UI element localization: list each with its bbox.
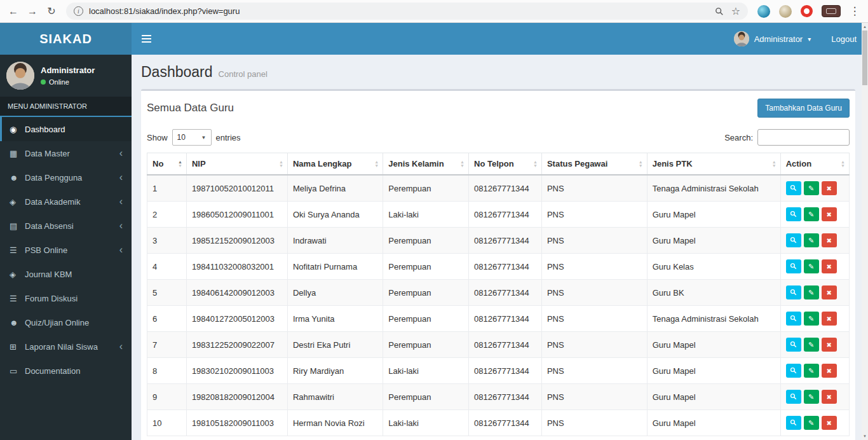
sidebar-item-label: Journal KBM [25,270,125,279]
delete-button[interactable]: ✖ [822,312,837,326]
delete-button[interactable]: ✖ [822,416,837,430]
view-button[interactable] [786,181,801,195]
cell-jenis-ptk: Tenaga Administrasi Sekolah [647,175,780,202]
page-length-select[interactable]: 10 ▼ [172,129,212,146]
edit-button[interactable]: ✎ [804,338,819,352]
table-row: 7198312252009022007Destri Eka PutriPerem… [147,332,850,358]
edit-button[interactable]: ✎ [804,364,819,378]
grid-icon: ▦ [10,149,25,158]
forward-icon[interactable]: → [24,3,41,20]
edit-icon: ✎ [808,289,814,297]
edit-button[interactable]: ✎ [804,181,819,195]
top-navbar: Administrator ▾ Logout [132,23,868,55]
cell-jenis-ptk: Guru Mapel [647,410,780,436]
sidebar-item-psb-online[interactable]: ☰PSB Online‹ [0,238,132,262]
page-scrollbar[interactable]: ▲ ▼ [862,23,868,440]
edit-icon: ✎ [808,393,814,401]
scroll-down-icon[interactable]: ▼ [863,432,867,440]
user-menu-label: Administrator [754,34,803,44]
sidebar-item-label: Laporan Nilai Siswa [25,342,119,352]
edit-button[interactable]: ✎ [804,207,819,221]
add-guru-button[interactable]: Tambahkan Data Guru [757,99,850,118]
view-button[interactable] [786,285,801,299]
sidebar-toggle[interactable] [132,23,161,55]
delete-button[interactable]: ✖ [822,390,837,404]
edit-icon: ✎ [808,263,814,271]
chevron-left-icon: ‹ [119,244,125,256]
delete-button[interactable]: ✖ [822,181,837,195]
sidebar-item-laporan-nilai-siswa[interactable]: ⊞Laporan Nilai Siswa‹ [0,334,132,359]
column-header-jenis-kelamin[interactable]: Jenis Kelamin▲▼ [383,153,469,175]
extension-icon[interactable] [779,5,792,18]
sidebar-item-data-pengguna[interactable]: ☻Data Pengguna‹ [0,165,132,189]
column-header-jenis-ptk[interactable]: Jenis PTK▲▼ [647,153,780,175]
edit-button[interactable]: ✎ [804,416,819,430]
edit-button[interactable]: ✎ [804,233,819,247]
user-menu[interactable]: Administrator ▾ [725,23,820,55]
cell-no: 9 [147,384,187,410]
column-header-nip[interactable]: NIP▲▼ [186,153,287,175]
column-header-status-pegawai[interactable]: Status Pegawai▲▼ [541,153,647,175]
sidebar-item-data-absensi[interactable]: ▤Data Absensi‹ [0,214,132,238]
column-header-action[interactable]: Action▲▼ [780,153,849,175]
zoom-icon[interactable] [715,7,724,16]
screenshot-extension-icon[interactable] [822,5,841,17]
entries-label: entries [216,133,241,142]
kebab-menu-icon[interactable]: ⋮ [846,3,863,20]
delete-button[interactable]: ✖ [822,364,837,378]
cell-nama: Rahmawitri [287,384,383,410]
edit-button[interactable]: ✎ [804,259,819,273]
view-button[interactable] [786,259,801,273]
sidebar-item-data-master[interactable]: ▦Data Master‹ [0,141,132,165]
view-button[interactable] [786,364,801,378]
bookmark-star-icon[interactable]: ☆ [731,6,740,17]
cell-no: 5 [147,280,187,306]
delete-button[interactable]: ✖ [822,207,837,221]
logout-button[interactable]: Logout [820,23,868,55]
view-button[interactable] [786,390,801,404]
delete-button[interactable]: ✖ [822,338,837,352]
view-button[interactable] [786,207,801,221]
edit-button[interactable]: ✎ [804,390,819,404]
screen: ← → ↻ i localhost:81/siakad/index.php?vi… [0,0,868,440]
sidebar-item-quiz-ujian-online[interactable]: ☻Quiz/Ujian Online [0,310,132,334]
edit-icon: ✎ [808,419,814,427]
column-header-no[interactable]: No▲▼ [147,153,187,175]
scroll-up-icon[interactable]: ▲ [863,23,867,31]
delete-button[interactable]: ✖ [822,285,837,299]
page-length-value: 10 [177,133,186,142]
cell-no-telpon: 081267771344 [469,384,542,410]
info-icon[interactable]: i [74,6,83,16]
view-button[interactable] [786,416,801,430]
search-input[interactable] [757,129,850,146]
delete-button[interactable]: ✖ [822,233,837,247]
sidebar-item-documentation[interactable]: ▭Documentation [0,359,132,383]
view-button[interactable] [786,338,801,352]
column-header-no-telpon[interactable]: No Telpon▲▼ [469,153,542,175]
back-icon[interactable]: ← [5,3,22,20]
refresh-icon[interactable]: ↻ [43,3,60,20]
delete-icon: ✖ [826,315,831,322]
cell-jenis-ptk: Guru Mapel [647,228,780,254]
cell-action: ✎✖ [780,228,849,254]
opera-extension-icon[interactable] [801,5,813,17]
chevron-left-icon: ‹ [119,172,125,183]
cell-no: 7 [147,332,187,358]
view-button[interactable] [786,233,801,247]
sidebar-item-dashboard[interactable]: ◉Dashboard [0,117,132,141]
view-button[interactable] [786,312,801,326]
guru-table-body: 1198710052010012011Meliya DefrinaPerempu… [147,175,850,436]
globe-extension-icon[interactable] [757,5,770,18]
sidebar-item-journal-kbm[interactable]: ◈Journal KBM [0,262,132,286]
address-bar[interactable]: i localhost:81/siakad/index.php?view=gur… [66,3,748,20]
sidebar-item-forum-diskusi[interactable]: ☰Forum Diskusi [0,286,132,310]
sidebar-item-data-akademik[interactable]: ◈Data Akademik‹ [0,189,132,214]
search-icon [790,210,797,219]
cell-jenis-kelamin: Perempuan [383,280,469,306]
delete-button[interactable]: ✖ [822,259,837,273]
edit-button[interactable]: ✎ [804,312,819,326]
edit-button[interactable]: ✎ [804,285,819,299]
brand-logo[interactable]: SIAKAD [0,23,132,55]
column-header-nama-lengkap[interactable]: Nama Lengkap▲▼ [287,153,383,175]
scrollbar-thumb[interactable] [862,31,867,85]
